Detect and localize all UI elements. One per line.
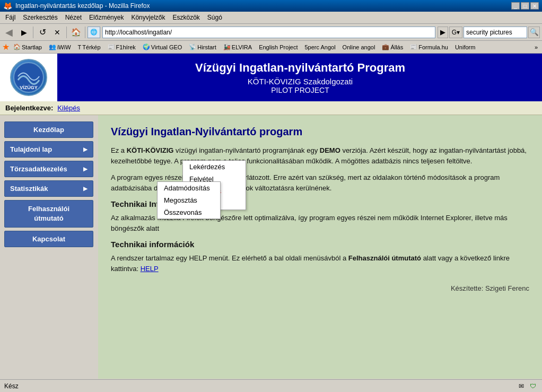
iwiw-icon: 👥 [49, 43, 56, 50]
app-title-sub2: PILOT PROJECT [271, 86, 329, 94]
nav-torzsadatkezeles[interactable]: Törzsadatkezelés ▶ [4, 161, 93, 177]
separator-3 [85, 27, 85, 38]
menu-help[interactable]: Súgó [204, 13, 225, 22]
maximize-button[interactable]: □ [521, 2, 529, 10]
forward-button[interactable]: ▶ [17, 25, 31, 39]
bold-koti: KÖTI-KÖVIZIG [127, 146, 174, 154]
bold-demo: DEMO [320, 146, 340, 154]
window-title: Ingatlan-nyilvántartás kezdőlap - Mozill… [15, 2, 150, 10]
close-button[interactable]: ✕ [530, 2, 539, 10]
bookmark-f1hirek[interactable]: 📰 F1hírek [104, 42, 139, 51]
menu-view[interactable]: Nézet [62, 13, 85, 22]
bookmarks-bar: ★ 🏠 Startlap 👥 iWiW T Térkép 📰 F1hírek 🌍… [0, 41, 542, 54]
sub-osszevonas[interactable]: Összevonás [158, 206, 220, 219]
bookmarks-more[interactable]: » [532, 43, 540, 51]
content-area: Vízügyi Ingatlan-Nyilvántartó progarm Ez… [98, 115, 542, 379]
bookmark-allas[interactable]: 💼 Állás [379, 42, 406, 51]
menu-file[interactable]: Fájl [2, 13, 19, 22]
nav-felhasznaloi[interactable]: Felhasználói útmutató [4, 200, 93, 228]
search-input[interactable] [464, 27, 527, 38]
lock-icon: 🌐 [90, 29, 98, 36]
nav-statisztikak[interactable]: Statisztikák ▶ [4, 180, 93, 197]
search-area: G▾ 🔍 [449, 27, 540, 38]
address-bar: 🌐 ▶ [88, 27, 448, 38]
logout-link[interactable]: Kilépés [57, 104, 80, 112]
help-link[interactable]: HELP [141, 265, 159, 273]
content-para1: Ez a KÖTI-KÖVIZIG vízügyi ingatlan-nyilv… [111, 145, 529, 166]
elvira-icon: 🚂 [223, 43, 231, 50]
separator-2 [66, 27, 67, 38]
login-bar: Bejelentkezve: Kilépés [0, 101, 542, 115]
map-icon: T [78, 44, 82, 50]
back-button[interactable]: ◀ [2, 25, 16, 39]
dropdown-lekerdezas[interactable]: Lekérdezés [183, 161, 246, 173]
sidebar: Kezdőlap Tulajdoni lap ▶ Lekérdezés Felv… [0, 115, 98, 379]
bookmark-startlap[interactable]: 🏠 Startlap [10, 42, 45, 51]
logo-circle: VÍZÜGY [10, 59, 47, 96]
menu-tools[interactable]: Eszközök [169, 13, 203, 22]
content-title: Vízügyi Ingatlan-Nyilvántartó progarm [111, 126, 529, 138]
menu-bar: Fájl Szerkesztés Nézet Előzmények Könyvj… [0, 12, 542, 24]
credit: Készítette: Szigeti Ferenc [111, 284, 529, 292]
menu-history[interactable]: Előzmények [86, 13, 127, 22]
search-engine-dropdown[interactable]: G▾ [449, 27, 462, 38]
bookmark-virtualgeo[interactable]: 🌍 Virtual GEO [139, 42, 186, 51]
mail-icon: ✉ [517, 381, 526, 391]
go-button[interactable]: ▶ [438, 27, 448, 38]
bookmark-uniform[interactable]: Uniform [452, 43, 479, 51]
sub-dropdown: Adatmódosítás Megosztás Összevonás [157, 181, 221, 219]
app-title-sub: KÖTI-KÖVIZIG Szakdolgozati [248, 77, 353, 86]
menu-bookmarks[interactable]: Könyvjelzők [128, 13, 168, 22]
shield-icon: 🛡 [528, 381, 538, 391]
svg-text:VÍZÜGY: VÍZÜGY [20, 85, 38, 90]
nav-tulajdoni-lap[interactable]: Tulajdoni lap ▶ [4, 141, 93, 158]
bookmark-iwiw[interactable]: 👥 iWiW [46, 42, 74, 51]
main-layout: Kezdőlap Tulajdoni lap ▶ Lekérdezés Felv… [0, 115, 542, 379]
rss-icon: ★ [2, 42, 10, 52]
arrow-icon-2: ▶ [83, 166, 88, 172]
toolbar: ◀ ▶ ↺ ✕ 🏠 🌐 ▶ G▾ 🔍 [0, 24, 542, 41]
tech-info-title2: Technikai információk [111, 240, 529, 249]
formula-icon: 📰 [410, 43, 417, 50]
bookmark-terkep[interactable]: T Térkép [75, 43, 104, 51]
nav-kapcsolat[interactable]: Kapcsolat [4, 231, 93, 247]
startlap-icon: 🏠 [13, 43, 21, 50]
app-title-main: Vízügyi Ingatlan-nyilvántartó Program [195, 61, 405, 75]
arrow-icon: ▶ [83, 146, 88, 152]
tech-info-text2: A rendszer tartalmaz egy HELP menüt. Ez … [111, 253, 529, 274]
arrow-icon-3: ▶ [83, 186, 88, 191]
app-header: VÍZÜGY Vízügyi Ingatlan-nyilvántartó Pro… [0, 54, 542, 101]
sub-adatmodositas[interactable]: Adatmódosítás [158, 182, 220, 194]
tulajdoni-dropdown-container: Tulajdoni lap ▶ Lekérdezés Felvétel Módo… [4, 141, 94, 158]
firefox-icon: 🦊 [3, 2, 12, 10]
nav-kezdolap[interactable]: Kezdőlap [4, 121, 93, 138]
title-bar: 🦊 Ingatlan-nyilvántartás kezdőlap - Mozi… [0, 0, 542, 12]
hirstart-icon: 📡 [189, 43, 196, 50]
separator-1 [33, 27, 33, 38]
status-text: Kész [4, 382, 19, 390]
login-label: Bejelentkezve: [5, 104, 53, 112]
address-input[interactable] [102, 27, 435, 38]
bookmark-english[interactable]: English Project [256, 43, 301, 51]
bookmark-formula[interactable]: 📰 Formula.hu [407, 42, 451, 51]
sub-megosztas[interactable]: Megosztás [158, 194, 220, 206]
bold-felh: Felhasználói útmutató [348, 254, 421, 262]
app-title-area: Vízügyi Ingatlan-nyilvántartó Program KÖ… [58, 54, 542, 101]
geo-icon: 🌍 [143, 43, 150, 50]
bookmark-5perc[interactable]: 5perc Angol [302, 43, 339, 51]
app-logo: VÍZÜGY [0, 54, 58, 101]
rss-icon-2: 📰 [108, 43, 115, 50]
allas-icon: 💼 [382, 43, 389, 50]
bookmark-online[interactable]: Online angol [339, 43, 379, 51]
home-button[interactable]: 🏠 [69, 25, 83, 39]
secure-icon-area: 🌐 [88, 27, 100, 38]
menu-edit[interactable]: Szerkesztés [20, 13, 60, 22]
status-bar: Kész ✉ 🛡 [0, 379, 542, 392]
stop-button[interactable]: ✕ [50, 25, 64, 39]
reload-button[interactable]: ↺ [36, 25, 49, 39]
search-button[interactable]: 🔍 [528, 27, 540, 38]
minimize-button[interactable]: _ [511, 2, 520, 10]
bookmark-elvira[interactable]: 🚂 ELVIRA [220, 42, 255, 51]
window-controls: _ □ ✕ [511, 2, 539, 10]
bookmark-hirstart[interactable]: 📡 Hirstart [186, 42, 219, 51]
